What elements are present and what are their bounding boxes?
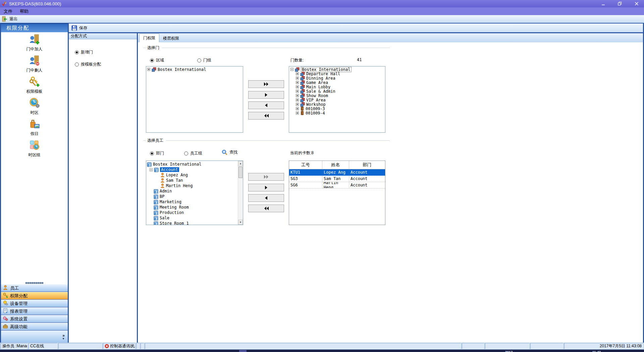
shortcut-add-person-to-door[interactable]: 门中加人 — [26, 34, 43, 52]
door-source-tree[interactable]: + Bostex International — [146, 66, 243, 133]
exit-toolbar[interactable]: 退出 — [0, 15, 644, 24]
shortcut-timezone-group[interactable]: 时区组 — [29, 140, 41, 158]
table-row[interactable]: SG3 Sam Tan Account — [289, 176, 385, 182]
tree-node-root[interactable]: Bostex International — [146, 162, 238, 167]
employee-tree-scrollbar[interactable]: ▲ ▼ — [238, 161, 243, 225]
nav-permission-assignment[interactable]: 权限分配 — [1, 292, 68, 300]
tab-door-permissions[interactable]: 门权限 — [139, 34, 159, 42]
employee-tree[interactable]: Bostex International - Account Lopez Ang… — [146, 161, 243, 225]
department-icon — [154, 194, 158, 199]
radio-new-door[interactable]: 新增门 — [75, 49, 137, 55]
door-add-person-icon — [29, 34, 40, 46]
tree-node[interactable]: +001009-3 — [289, 106, 385, 111]
menu-file[interactable]: 文件 — [0, 8, 16, 14]
tree-node-dept[interactable]: Meeting Room — [146, 205, 238, 210]
status-panel-empty — [462, 343, 484, 349]
tree-node[interactable]: +Departure Hall — [289, 72, 385, 76]
emp-move-right-button[interactable] — [248, 184, 284, 191]
expand-icon[interactable]: + — [296, 98, 299, 101]
column-header-name[interactable]: 姓名 — [322, 161, 349, 169]
expand-icon[interactable]: + — [296, 112, 299, 115]
tree-node-member[interactable]: Lopez Ang — [146, 172, 238, 178]
tree-node[interactable]: +001009-4 — [289, 111, 385, 115]
radio-door-group[interactable]: 门组 — [197, 57, 211, 63]
emp-move-left-button[interactable] — [248, 194, 284, 202]
tree-node-dept[interactable]: BP — [146, 194, 238, 199]
shortcut-holiday[interactable]: 假日 — [29, 119, 40, 137]
door-target-tree[interactable]: - Bostex International +Departure Hall +… — [289, 66, 385, 133]
emp-move-all-left-button[interactable] — [248, 205, 284, 212]
tree-node[interactable]: +Game Area — [289, 80, 385, 85]
shortcut-permission-template[interactable]: 权限模板 — [26, 76, 43, 94]
move-all-left-button[interactable] — [248, 112, 284, 120]
expand-icon[interactable]: + — [296, 107, 299, 110]
save-toolbar[interactable]: 保存 — [69, 24, 643, 33]
move-left-button[interactable] — [248, 101, 284, 109]
column-header-id[interactable]: 工号 — [289, 161, 322, 169]
collapse-icon[interactable]: - — [290, 68, 293, 71]
menu-help[interactable]: 帮助 — [16, 8, 32, 14]
area-icon — [152, 67, 156, 72]
expand-icon[interactable]: + — [296, 81, 299, 84]
tree-node[interactable]: +VIP Area — [289, 98, 385, 102]
shortcut-timezone[interactable]: 时区 — [29, 97, 40, 116]
save-icon — [71, 25, 77, 31]
tree-node[interactable]: +Dinning Area — [289, 76, 385, 80]
tree-node-member[interactable]: Martin Heng — [146, 183, 238, 188]
tree-node[interactable]: +Show Room — [289, 93, 385, 98]
minimize-button[interactable] — [596, 0, 610, 7]
scrollbar-thumb[interactable] — [238, 167, 243, 178]
employee-table[interactable]: 工号 姓名 部门 KTU1 Lopez Ang Account SG3 — [289, 161, 385, 225]
restore-button[interactable] — [612, 0, 627, 7]
nav-device-management[interactable]: 设备管理 — [1, 300, 68, 307]
shortcut-label: 门中删人 — [26, 68, 43, 73]
tree-node[interactable]: +Workshop — [289, 102, 385, 106]
nav-employees[interactable]: 员工 — [1, 284, 68, 292]
status-bar: 操作员 :Manager CC在线 控制器通讯状态 2017年7月5日 11:4… — [0, 343, 644, 349]
nav-overflow-button[interactable]: » ▼ — [1, 331, 68, 343]
tree-node-dept[interactable]: Admin — [146, 188, 238, 194]
move-right-button[interactable] — [248, 91, 284, 99]
door-icon — [300, 111, 304, 115]
expand-icon[interactable]: + — [296, 90, 299, 93]
tree-node-dept[interactable]: Marketing — [146, 199, 238, 205]
shortcut-remove-person-from-door[interactable]: 门中删人 — [26, 55, 43, 73]
scroll-up-icon[interactable]: ▲ — [238, 161, 243, 166]
column-header-dept[interactable]: 部门 — [349, 161, 385, 169]
tree-node-selected[interactable]: - Account — [146, 167, 238, 172]
expand-icon[interactable]: + — [296, 85, 299, 88]
move-all-right-button[interactable] — [248, 80, 284, 88]
nav-advanced-functions[interactable]: 高级功能 — [1, 323, 68, 331]
radio-assign-by-template[interactable]: 按模板分配 — [75, 61, 137, 67]
close-button[interactable] — [629, 0, 644, 7]
tree-node-root[interactable]: - Bostex International — [289, 67, 385, 72]
tree-node-dept[interactable]: Sale — [146, 215, 238, 221]
expand-icon[interactable]: + — [147, 68, 150, 71]
radio-department[interactable]: 部门 — [150, 150, 164, 156]
sidebar-splitter-grip[interactable] — [1, 281, 68, 284]
emp-move-all-right-button[interactable] — [248, 173, 284, 181]
scroll-down-icon[interactable]: ▼ — [238, 220, 243, 225]
nav-label: 高级功能 — [10, 324, 28, 330]
radio-area[interactable]: 区域 — [150, 57, 164, 63]
tree-node[interactable]: +Main Lobby — [289, 85, 385, 89]
nav-report-management[interactable]: 报表管理 — [1, 307, 68, 315]
nav-system-settings[interactable]: 系统设置 — [1, 315, 68, 323]
table-row-selected[interactable]: KTU1 Lopez Ang Account — [289, 169, 385, 176]
tree-node-dept[interactable]: Production — [146, 210, 238, 215]
collapse-icon[interactable]: - — [150, 168, 153, 171]
department-icon — [154, 205, 158, 210]
search-button[interactable]: 查找 — [222, 149, 237, 155]
expand-icon[interactable]: + — [296, 77, 299, 80]
tree-node[interactable]: +Sale & Admin — [289, 89, 385, 93]
table-row[interactable]: SG6 Martin Heng Account — [289, 182, 385, 188]
radio-dot — [150, 58, 154, 62]
tree-node-root[interactable]: + Bostex International — [146, 67, 243, 72]
radio-employee-group[interactable]: 员工组 — [184, 150, 202, 156]
expand-icon[interactable]: + — [296, 103, 299, 106]
tree-node-member[interactable]: Sam Tan — [146, 178, 238, 183]
tree-node-dept[interactable]: Store Room 1 — [146, 221, 238, 225]
expand-icon[interactable]: + — [296, 94, 299, 97]
tab-floor-permissions[interactable]: 楼层权限 — [159, 34, 183, 42]
expand-icon[interactable]: + — [296, 72, 299, 75]
